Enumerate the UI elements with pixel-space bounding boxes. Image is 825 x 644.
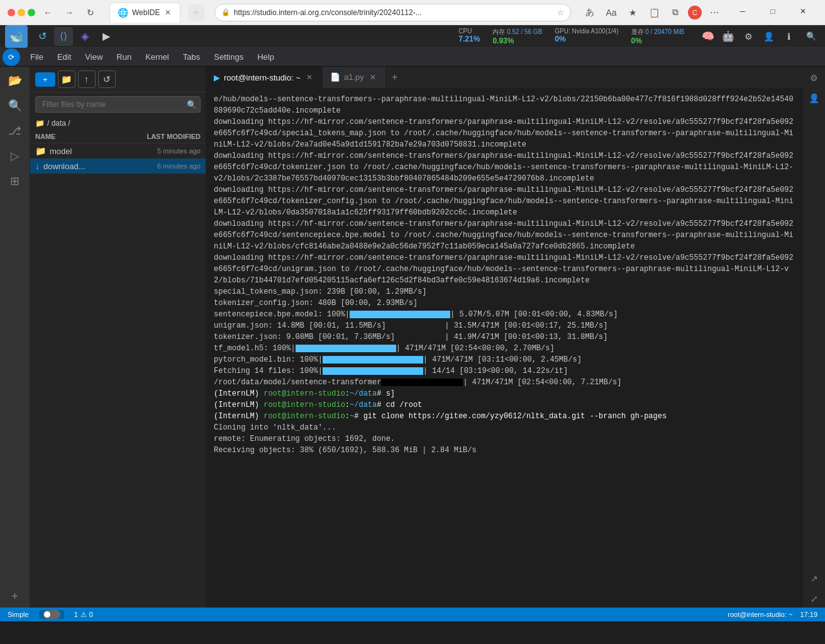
gpu-label: GPU: Nvidia A100(1/4) bbox=[555, 28, 618, 35]
minimize-button[interactable]: ─ bbox=[728, 1, 757, 21]
address-bar[interactable]: 🔒 https://studio.intern-ai.org.cn/consol… bbox=[214, 4, 571, 21]
menu-tabs[interactable]: Tabs bbox=[177, 50, 206, 64]
user-icon[interactable]: 👤 bbox=[760, 28, 777, 45]
right-sidebar: ⚙ 👤 ↗ ⤢ bbox=[802, 67, 825, 608]
translate-button[interactable]: あ bbox=[581, 4, 599, 21]
menu-view[interactable]: View bbox=[79, 50, 109, 64]
branch-count: 1 bbox=[74, 611, 78, 618]
search-box: 🔍 bbox=[35, 96, 201, 113]
upload-button[interactable]: ↑ bbox=[78, 70, 96, 88]
terminal-line: e/hub/models--sentence-transformers--par… bbox=[214, 94, 795, 116]
tab-close-button[interactable]: ✕ bbox=[163, 8, 172, 17]
read-aloud-button[interactable]: Aa bbox=[602, 4, 620, 21]
activity-search[interactable]: 🔍 bbox=[4, 94, 26, 117]
code-icon[interactable]: ⟨⟩ bbox=[54, 27, 73, 46]
file-header: Name Last Modified bbox=[30, 130, 206, 143]
close-button[interactable]: ✕ bbox=[789, 1, 817, 21]
browser-profile-icon[interactable]: C bbox=[688, 6, 702, 19]
right-user-icon[interactable]: 👤 bbox=[806, 89, 823, 107]
bottom-right: root@intern-studio: ~ 17:19 bbox=[728, 611, 817, 618]
file-tab-close[interactable]: ✕ bbox=[368, 72, 378, 82]
url-text: https://studio.intern-ai.org.cn/console/… bbox=[234, 8, 553, 17]
play-icon[interactable]: ▶ bbox=[97, 27, 116, 46]
vscode-icon[interactable]: ◈ bbox=[75, 27, 94, 46]
timestamp: 17:19 bbox=[800, 611, 817, 618]
terminal-tab-close[interactable]: ✕ bbox=[304, 72, 314, 82]
right-external-icon[interactable]: ↗ bbox=[806, 570, 823, 587]
activity-add[interactable]: + bbox=[4, 585, 26, 608]
terminal-name: root@intern-studio: ~ bbox=[728, 611, 792, 618]
file-item-download[interactable]: ↓ download... 6 minutes ago bbox=[30, 158, 206, 174]
menu-bar: ⟳ File Edit View Run Kernel Tabs Setting… bbox=[0, 48, 825, 67]
activity-extensions[interactable]: ⊞ bbox=[4, 170, 26, 192]
file-item-model[interactable]: 📁 model 5 minutes ago bbox=[30, 143, 206, 158]
menu-kernel[interactable]: Kernel bbox=[139, 50, 175, 64]
terminal-line: downloading https://hf-mirror.com/senten… bbox=[214, 218, 795, 252]
refresh-button[interactable]: ↺ bbox=[98, 70, 116, 88]
tab-groups-button[interactable]: ⧉ bbox=[667, 4, 684, 21]
terminal-line: /root/data/model/sentence-transformer| 4… bbox=[214, 377, 795, 388]
robot-icon[interactable]: 🤖 bbox=[719, 28, 737, 45]
new-tab-button[interactable]: + bbox=[188, 4, 204, 21]
menu-edit[interactable]: Edit bbox=[51, 50, 77, 64]
collections-button[interactable]: 📋 bbox=[645, 4, 663, 21]
terminal-tab-label: root@intern-studio: ~ bbox=[224, 73, 301, 82]
browser-tab-label: WebIDE bbox=[132, 8, 160, 17]
settings-icon[interactable]: ⚙ bbox=[739, 28, 757, 45]
refresh-button[interactable]: ↻ bbox=[82, 4, 99, 21]
global-search-icon[interactable]: 🔍 bbox=[802, 28, 820, 45]
new-folder-button[interactable]: 📁 bbox=[58, 70, 75, 88]
terminal-output[interactable]: e/hub/models--sentence-transformers--par… bbox=[206, 89, 802, 608]
file-tab-icon: 📄 bbox=[330, 72, 340, 82]
new-tab-button[interactable]: + bbox=[386, 67, 404, 88]
forward-button[interactable]: → bbox=[60, 4, 78, 21]
browser-actions: あ Aa ★ 📋 ⧉ C ⋯ bbox=[581, 4, 723, 21]
terminal-line: special_tokens_map.json: 239B [00:00, 1.… bbox=[214, 286, 795, 297]
activity-bar: 📂 🔍 ⎇ ▷ ⊞ + bbox=[0, 67, 30, 608]
brain-icon[interactable]: 🧠 bbox=[699, 28, 717, 45]
favorites-button[interactable]: ★ bbox=[624, 4, 641, 21]
terminal-line: unigram.json: 14.8MB [00:01, 11.5MB/s] |… bbox=[214, 320, 795, 331]
terminal-line: downloading https://hf-mirror.com/senten… bbox=[214, 150, 795, 184]
bottom-status-bar: Simple 1 ⚠ 0 root@intern-studio: ~ 17:19 bbox=[0, 608, 825, 621]
maximize-button[interactable]: □ bbox=[758, 1, 787, 21]
file-name-model: model bbox=[50, 147, 153, 156]
tab-strip: ▶ root@intern-studio: ~ ✕ 📄 a1.py ✕ + bbox=[206, 67, 802, 89]
activity-source-control[interactable]: ⎇ bbox=[4, 119, 26, 142]
vram-value: 0 / 20470 MiB bbox=[645, 28, 684, 35]
tab-icon: 🌐 bbox=[118, 8, 128, 18]
terminal-line: remote: Enumerating objects: 1692, done. bbox=[214, 433, 795, 445]
right-expand-icon[interactable]: ⤢ bbox=[806, 590, 823, 608]
terminal-line: Cloning into 'nltk_data'... bbox=[214, 422, 795, 433]
tab-a1py[interactable]: 📄 a1.py ✕ bbox=[323, 67, 386, 88]
menu-run[interactable]: Run bbox=[110, 50, 138, 64]
activity-run[interactable]: ▷ bbox=[4, 145, 26, 167]
menu-file[interactable]: File bbox=[24, 50, 50, 64]
app-menu-logo[interactable]: ⟳ bbox=[3, 48, 20, 66]
back-button[interactable]: ← bbox=[39, 4, 57, 21]
loading-icon[interactable]: ↺ bbox=[33, 27, 52, 46]
terminal-tab-icon: ▶ bbox=[214, 73, 220, 82]
menu-help[interactable]: Help bbox=[251, 50, 280, 64]
toggle-switch[interactable] bbox=[39, 610, 64, 619]
tab-terminal[interactable]: ▶ root@intern-studio: ~ ✕ bbox=[206, 67, 323, 88]
activity-explorer[interactable]: 📂 bbox=[4, 69, 26, 92]
info-icon[interactable]: ℹ bbox=[780, 28, 797, 45]
menu-settings[interactable]: Settings bbox=[208, 50, 250, 64]
cpu-label: CPU bbox=[458, 28, 472, 35]
search-submit-button[interactable]: 🔍 bbox=[187, 100, 197, 109]
more-button[interactable]: ⋯ bbox=[706, 4, 723, 21]
file-name-download: download... bbox=[43, 162, 153, 171]
breadcrumb-text: / data / bbox=[47, 119, 70, 128]
error-icon: ⚠ bbox=[80, 611, 87, 619]
app-status-bar: 🐋 ↺ ⟨⟩ ◈ ▶ CPU 7.21% 内存 0.52 / 56 GB 0.9… bbox=[0, 25, 825, 48]
new-file-button[interactable]: + + bbox=[35, 72, 55, 87]
resource-metrics: CPU 7.21% 内存 0.52 / 56 GB 0.93% GPU: Nvi… bbox=[458, 28, 684, 45]
terminal-line: (InternLM) root@intern-studio:~/data# s] bbox=[214, 388, 795, 399]
search-input[interactable] bbox=[35, 96, 201, 113]
column-modified: Last Modified bbox=[147, 133, 201, 140]
right-settings-icon[interactable]: ⚙ bbox=[806, 69, 823, 87]
terminal-line: (InternLM) root@intern-studio:~# git clo… bbox=[214, 411, 795, 422]
terminal-line: downloading https://hf-mirror.com/senten… bbox=[214, 116, 795, 150]
gpu-value: 0% bbox=[555, 35, 565, 43]
